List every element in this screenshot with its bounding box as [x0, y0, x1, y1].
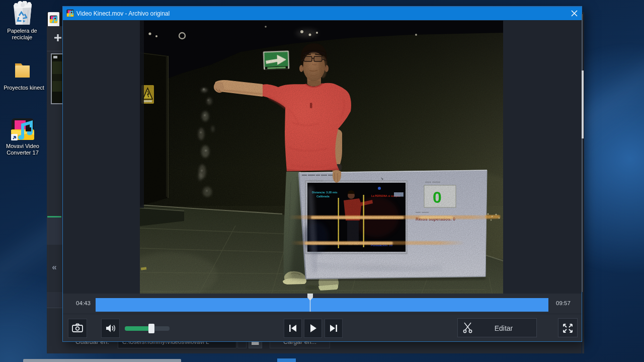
svg-text:«: « — [52, 262, 56, 272]
